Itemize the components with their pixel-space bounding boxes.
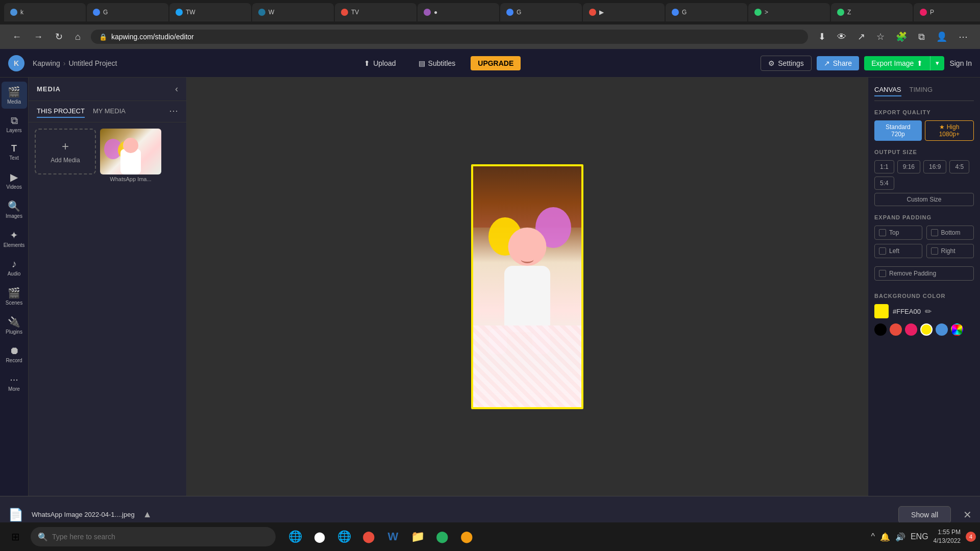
notification-badge[interactable]: 4	[966, 532, 976, 542]
tray-volume-icon[interactable]: 🔊	[895, 532, 905, 542]
media-panel-header: MEDIA ‹	[29, 78, 186, 101]
sidebar-item-media[interactable]: 🎬 Media	[2, 82, 27, 109]
browser-tab-3[interactable]: TW	[169, 3, 251, 21]
download-icon-btn[interactable]: ⬇	[814, 29, 830, 44]
sidebar-item-text[interactable]: T Text	[2, 139, 27, 165]
browser-tab-10[interactable]: >	[748, 3, 830, 21]
preset-blue[interactable]	[936, 323, 948, 336]
browser-tab-2[interactable]: G	[87, 3, 168, 21]
tb-app-chrome[interactable]: ⬤	[308, 525, 331, 548]
bottom-close-button[interactable]: ✕	[963, 509, 972, 521]
add-media-button[interactable]: + Add Media	[35, 129, 96, 174]
preset-yellow[interactable]	[920, 323, 933, 336]
subtitles-button[interactable]: ▤ Subtitles	[411, 56, 463, 70]
custom-size-button[interactable]: Custom Size	[874, 193, 974, 206]
size-5x4-button[interactable]: 5:4	[874, 177, 894, 190]
tb-app-word[interactable]: W	[382, 525, 404, 548]
export-main-button[interactable]: Export Image ⬆	[864, 56, 930, 70]
chrome-icon: ⬤	[314, 531, 325, 543]
preset-gradient[interactable]	[951, 323, 963, 336]
show-all-button[interactable]: Show all	[898, 506, 951, 523]
brand-name[interactable]: Kapwing	[33, 59, 60, 67]
size-4x5-button[interactable]: 4:5	[949, 160, 969, 173]
tb-app-explorer[interactable]: 📁	[406, 525, 429, 548]
favorites-btn[interactable]: ☆	[872, 29, 889, 44]
menu-btn[interactable]: ⋯	[954, 29, 972, 44]
media-thumbnail[interactable]	[100, 129, 161, 174]
collapse-panel-button[interactable]: ‹	[175, 84, 178, 94]
sidebar-item-plugins[interactable]: 🔌 Plugins	[2, 312, 27, 339]
background-color-section: BACKGROUND COLOR #FFEA00 ✏	[874, 293, 974, 336]
signin-button[interactable]: Sign In	[949, 59, 972, 67]
reading-mode-btn[interactable]: 👁	[833, 29, 850, 44]
home-button[interactable]: ⌂	[71, 29, 85, 44]
tb-app-opera[interactable]: ⬤	[357, 525, 380, 548]
tray-datetime[interactable]: 1:55 PM 4/13/2022	[934, 528, 961, 545]
project-name[interactable]: Untitled Project	[68, 59, 117, 67]
browser-tab-8[interactable]: ▶	[583, 3, 665, 21]
search-input[interactable]	[52, 533, 268, 541]
start-button[interactable]: ⊞	[4, 525, 27, 548]
browser-tab-5[interactable]: TV	[335, 3, 416, 21]
upgrade-button[interactable]: UPGRADE	[471, 56, 521, 70]
preset-pink[interactable]	[905, 323, 917, 336]
tb-app-2[interactable]: ⬤	[455, 525, 478, 548]
color-swatch[interactable]	[874, 304, 889, 318]
quality-high-button[interactable]: ★ High 1080p+	[925, 120, 974, 141]
size-16x9-button[interactable]: 16:9	[923, 160, 946, 173]
sidebar-item-scenes[interactable]: 🎬 Scenes	[2, 283, 27, 310]
sidebar-item-images[interactable]: 🔍 Images	[2, 196, 27, 223]
remove-padding-button[interactable]: Remove Padding	[874, 266, 974, 281]
tab-this-project[interactable]: THIS PROJECT	[37, 105, 85, 118]
tab-timing[interactable]: TIMING	[910, 84, 933, 96]
profile-btn[interactable]: 👤	[932, 29, 951, 44]
preset-black[interactable]	[874, 323, 887, 336]
tab-my-media[interactable]: MY MEDIA	[93, 105, 126, 118]
browser-tab-11[interactable]: Z	[831, 3, 913, 21]
tb-app-ie[interactable]: 🌐	[284, 525, 306, 548]
padding-left-button[interactable]: Left	[874, 244, 922, 258]
forward-button[interactable]: →	[30, 29, 47, 44]
size-1x1-button[interactable]: 1:1	[874, 160, 894, 173]
sidebar-item-layers[interactable]: ⧉ Layers	[2, 111, 27, 137]
sidebar-item-elements[interactable]: ✦ Elements	[2, 225, 27, 252]
sidebar-item-record[interactable]: ⏺ Record	[2, 341, 27, 367]
tb-app-edge[interactable]: 🌐	[333, 525, 355, 548]
sidebar-item-more[interactable]: ··· More	[2, 369, 27, 396]
tab-canvas[interactable]: CANVAS	[874, 84, 901, 96]
sidebar-item-audio[interactable]: ♪ Audio	[2, 254, 27, 281]
share-button[interactable]: ↗ Share	[817, 56, 859, 70]
refresh-button[interactable]: ↻	[51, 29, 67, 44]
media-more-icon[interactable]: ⋯	[169, 105, 178, 118]
address-bar[interactable]: 🔒 kapwing.com/studio/editor	[91, 30, 808, 44]
padding-bottom-button[interactable]: Bottom	[926, 226, 974, 240]
tray-network-icon[interactable]: 🔔	[880, 532, 890, 542]
browser-tab-12[interactable]: P	[914, 3, 980, 21]
sidebar-item-videos[interactable]: ▶ Videos	[2, 167, 27, 194]
export-dropdown-button[interactable]: ▾	[930, 56, 944, 70]
share-page-btn[interactable]: ↗	[853, 29, 869, 44]
browser-tab-4[interactable]: W	[252, 3, 334, 21]
upload-button[interactable]: ⬆ Upload	[357, 56, 403, 70]
padding-right-button[interactable]: Right	[926, 244, 974, 258]
tb-app-1[interactable]: ⬤	[431, 525, 453, 548]
bottom-collapse-button[interactable]: ▲	[143, 509, 152, 520]
browser-tab-9[interactable]: G	[666, 3, 747, 21]
browser-tab-7[interactable]: G	[500, 3, 582, 21]
export-button-group: Export Image ⬆ ▾	[864, 56, 944, 70]
canvas-area[interactable]	[187, 78, 868, 496]
text-icon: T	[11, 143, 17, 154]
settings-button[interactable]: ⚙ Settings	[761, 56, 812, 71]
extensions-btn[interactable]: 🧩	[892, 29, 911, 44]
quality-standard-button[interactable]: Standard 720p	[874, 120, 922, 141]
back-button[interactable]: ←	[8, 29, 26, 44]
preset-red[interactable]	[890, 323, 902, 336]
tray-chevron[interactable]: ^	[871, 532, 875, 541]
size-9x16-button[interactable]: 9:16	[897, 160, 920, 173]
browser-tab-6[interactable]: ●	[418, 3, 499, 21]
padding-top-button[interactable]: Top	[874, 226, 922, 240]
browser-tab-1[interactable]: k	[4, 3, 86, 21]
color-picker-icon[interactable]: ✏	[925, 307, 932, 316]
search-bar[interactable]: 🔍	[31, 527, 276, 546]
sidebar-toggle-btn[interactable]: ⧉	[914, 29, 929, 44]
